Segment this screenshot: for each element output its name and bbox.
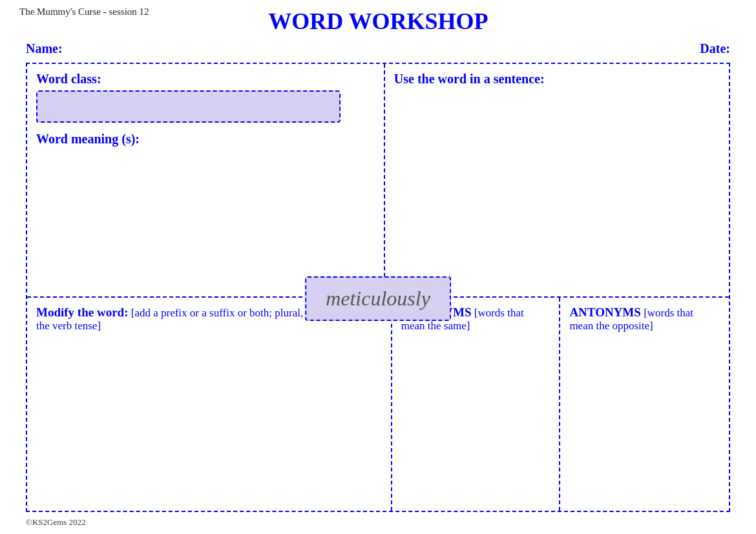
featured-word-container: meticulously: [305, 276, 451, 321]
use-word-label: Use the word in a sentence:: [394, 72, 720, 87]
synonyms-column: SYNONYMS [words that mean the same]: [392, 298, 561, 511]
antonyms-label: ANTONYMS [words that mean the opposite]: [569, 305, 720, 333]
copyright: ©KS2Gems 2022: [26, 517, 86, 527]
top-section: Word class: Word meaning (s): Use the wo…: [27, 64, 729, 298]
antonyms-label-bold: ANTONYMS: [569, 305, 641, 319]
bottom-section: Modify the word: [add a prefix or a suff…: [27, 298, 729, 511]
word-meaning-label: Word meaning (s):: [36, 132, 375, 147]
featured-word: meticulously: [305, 276, 451, 321]
date-label: Date:: [700, 41, 730, 56]
name-label: Name:: [26, 41, 63, 56]
right-panel: Use the word in a sentence:: [385, 64, 729, 296]
page-title: WORD WORKSHOP: [149, 8, 607, 35]
main-grid: Word class: Word meaning (s): Use the wo…: [26, 63, 730, 512]
antonyms-column: ANTONYMS [words that mean the opposite]: [560, 298, 729, 511]
word-class-label: Word class:: [36, 72, 375, 87]
word-class-box[interactable]: [36, 90, 341, 123]
name-date-row: Name: Date:: [19, 37, 737, 63]
modify-column: Modify the word: [add a prefix or a suff…: [27, 298, 392, 511]
footer: ©KS2Gems 2022: [19, 517, 737, 528]
left-panel: Word class: Word meaning (s):: [27, 64, 385, 296]
session-title: The Mummy's Curse - session 12: [19, 6, 149, 17]
modify-label-bold: Modify the word:: [36, 305, 128, 319]
